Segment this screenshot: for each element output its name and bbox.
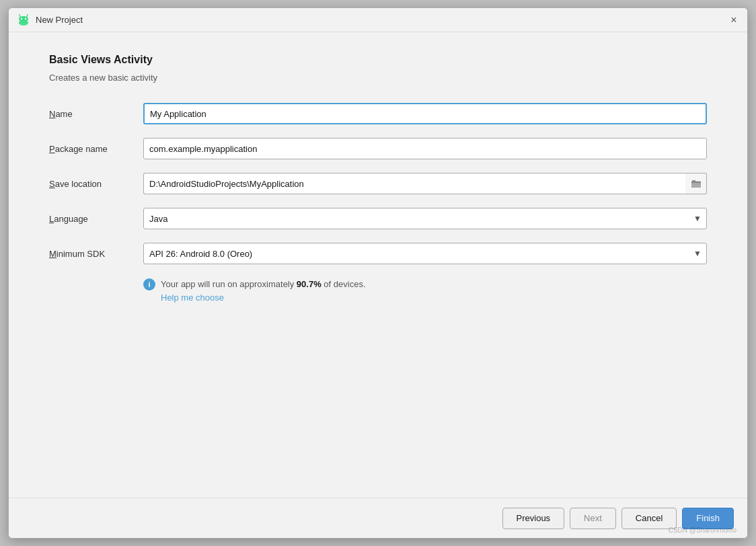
close-button[interactable]: × [728, 15, 739, 26]
svg-point-3 [21, 17, 22, 19]
watermark: CSDN @Sharonmomo [669, 526, 736, 534]
package-name-label-text: Package name [49, 144, 108, 154]
language-select-wrapper: Java Kotlin ▼ [143, 208, 707, 229]
title-bar: New Project × [9, 8, 747, 32]
svg-rect-10 [692, 180, 695, 182]
minimum-sdk-select-wrapper: API 16: Android 4.1 (Jelly Bean) API 21:… [143, 243, 707, 264]
section-title: Basic Views Activity [49, 54, 707, 66]
dialog-footer: Previous Next Cancel Finish [9, 498, 747, 538]
save-location-label-text: Save location [49, 179, 102, 189]
language-label-text: Language [49, 214, 88, 224]
info-row: i Your app will run on approximately 90.… [143, 278, 707, 303]
name-row: Name [49, 103, 707, 124]
save-location-input[interactable] [143, 173, 685, 194]
save-location-label: Save location [49, 179, 143, 189]
minimum-sdk-select[interactable]: API 16: Android 4.1 (Jelly Bean) API 21:… [143, 243, 707, 264]
new-project-dialog: New Project × Basic Views Activity Creat… [8, 7, 748, 539]
app-icon [17, 13, 30, 27]
info-content: Your app will run on approximately 90.7%… [161, 278, 366, 303]
section-subtitle: Creates a new basic activity [49, 73, 707, 83]
previous-button[interactable]: Previous [502, 508, 565, 529]
dialog-title: New Project [36, 15, 728, 25]
svg-line-5 [20, 15, 20, 17]
info-percent: 90.7% [297, 279, 322, 289]
content-area: Basic Views Activity Creates a new basic… [9, 32, 747, 498]
info-icon: i [143, 278, 155, 290]
minimum-sdk-label-text: Minimum SDK [49, 249, 105, 259]
package-name-row: Package name [49, 138, 707, 159]
minimum-sdk-row: Minimum SDK API 16: Android 4.1 (Jelly B… [49, 243, 707, 264]
help-me-choose-link[interactable]: Help me choose [161, 292, 366, 303]
cancel-button[interactable]: Cancel [621, 508, 677, 529]
info-message: Your app will run on approximately 90.7%… [161, 279, 366, 289]
save-location-row: Save location [49, 173, 707, 194]
name-label-text: Name [49, 109, 73, 119]
package-name-input[interactable] [143, 138, 707, 159]
save-location-field-group [143, 173, 707, 194]
language-row: Language Java Kotlin ▼ [49, 208, 707, 229]
name-label: Name [49, 109, 143, 119]
language-select[interactable]: Java Kotlin [143, 208, 707, 229]
browse-folder-button[interactable] [685, 173, 707, 194]
finish-button[interactable]: Finish [682, 508, 734, 529]
svg-line-6 [27, 15, 28, 17]
language-label: Language [49, 214, 143, 224]
package-name-label: Package name [49, 144, 143, 154]
svg-point-4 [25, 17, 26, 19]
minimum-sdk-label: Minimum SDK [49, 249, 143, 259]
next-button[interactable]: Next [570, 508, 616, 529]
svg-rect-9 [691, 183, 701, 188]
name-input[interactable] [143, 103, 707, 124]
